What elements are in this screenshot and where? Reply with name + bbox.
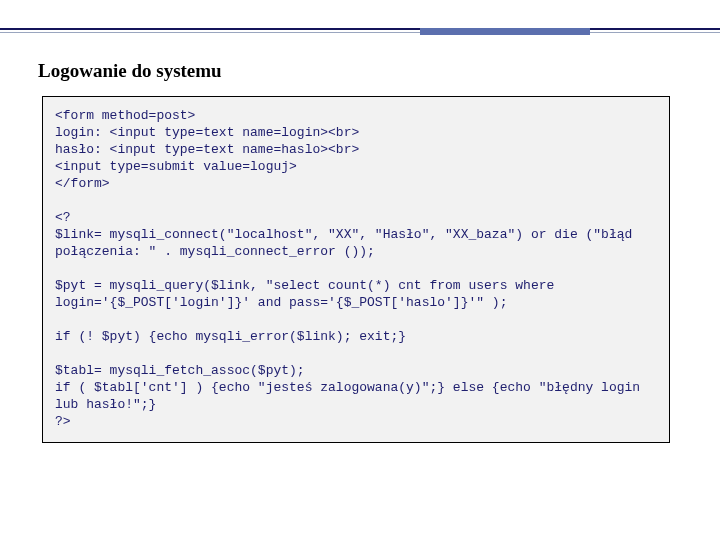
rule-accent: [420, 28, 590, 35]
header-rule: [0, 28, 720, 32]
rule-line-bottom: [0, 32, 720, 33]
page-title: Logowanie do systemu: [38, 60, 222, 82]
rule-line-top: [0, 28, 720, 30]
code-content: <form method=post> login: <input type=te…: [55, 107, 657, 430]
slide: Logowanie do systemu <form method=post> …: [0, 0, 720, 540]
code-box: <form method=post> login: <input type=te…: [42, 96, 670, 443]
